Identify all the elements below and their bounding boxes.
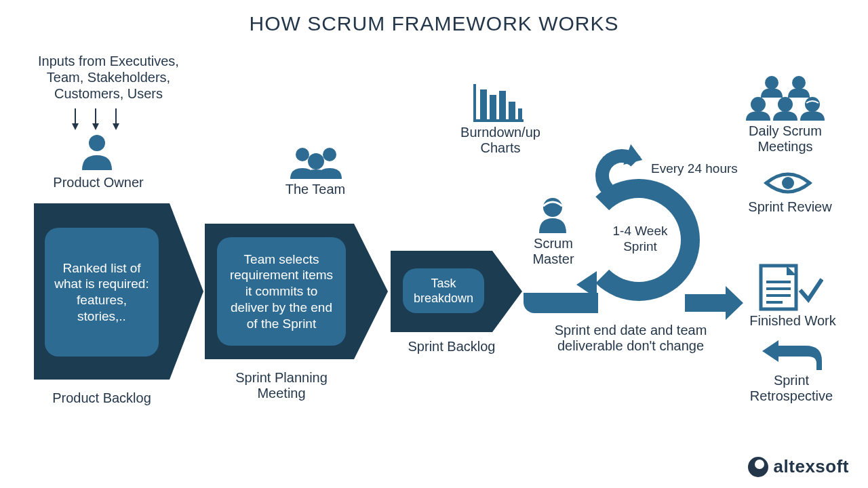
svg-rect-7 <box>490 95 496 119</box>
svg-rect-9 <box>509 102 515 119</box>
svg-rect-22 <box>766 301 783 304</box>
thin-arrow-icon <box>75 108 76 129</box>
svg-rect-20 <box>766 287 791 290</box>
thin-arrow-icon <box>95 108 96 129</box>
finished-work-label: Finished Work <box>742 313 844 329</box>
svg-point-0 <box>89 135 105 151</box>
eye-icon <box>764 169 812 197</box>
svg-point-16 <box>805 97 820 112</box>
thin-arrow-icon <box>115 108 117 129</box>
svg-point-15 <box>778 97 793 112</box>
product-backlog-desc: Ranked list of what is required: feature… <box>45 228 159 357</box>
burndown-label: Burndown/up Charts <box>439 125 561 156</box>
svg-point-13 <box>792 76 806 89</box>
inputs-label: Inputs from Executives, Team, Stakeholde… <box>27 53 190 102</box>
svg-point-3 <box>308 153 324 169</box>
svg-rect-5 <box>473 119 524 122</box>
sprint-backlog-caption: Sprint Backlog <box>391 339 513 354</box>
svg-point-17 <box>782 177 794 189</box>
person-icon <box>78 132 116 170</box>
brand-logo: altexsoft <box>748 456 849 477</box>
bar-chart-icon <box>473 84 524 122</box>
scrum-master-icon <box>536 197 570 233</box>
daily-meetings-icon <box>745 73 826 121</box>
sprint-note: Sprint end date and team deliverable don… <box>542 323 719 354</box>
brand-name: altexsoft <box>774 456 849 477</box>
product-backlog-caption: Product Backlog <box>34 390 170 406</box>
svg-rect-10 <box>518 108 522 119</box>
daily-meetings-label: Daily Scrum Meetings <box>738 123 833 155</box>
page-title: HOW SCRUM FRAMEWORK WORKS <box>0 12 868 35</box>
sprint-tail <box>524 293 598 313</box>
svg-point-11 <box>543 198 562 217</box>
sprint-backlog-desc: Task breakdown <box>403 268 484 313</box>
sprint-planning-caption: Sprint Planning Meeting <box>210 370 353 401</box>
sprint-planning-desc: Team selects requirement items it commit… <box>217 237 346 346</box>
brand-mark-icon <box>748 457 768 477</box>
product-owner-label: Product Owner <box>44 175 153 190</box>
svg-point-14 <box>751 97 766 112</box>
svg-point-12 <box>765 76 778 89</box>
daily-loop-label: Every 24 hours <box>651 161 760 177</box>
svg-rect-19 <box>766 281 791 283</box>
sprint-review-label: Sprint Review <box>739 199 841 215</box>
document-check-icon <box>758 263 823 312</box>
finish-arrow-icon <box>685 294 726 312</box>
sprint-duration-label: 1-4 Week Sprint <box>606 224 674 255</box>
scrum-master-label: Scrum Master <box>519 236 587 267</box>
svg-rect-6 <box>480 89 487 119</box>
svg-point-1 <box>296 148 309 161</box>
svg-point-2 <box>323 148 336 161</box>
svg-rect-8 <box>499 91 506 119</box>
svg-rect-4 <box>473 84 476 122</box>
the-team-label: The Team <box>271 182 359 197</box>
retro-arrow-icon <box>761 340 822 370</box>
svg-rect-21 <box>766 294 791 297</box>
team-icon <box>283 145 349 179</box>
retrospective-label: Sprint Retrospective <box>734 373 849 404</box>
